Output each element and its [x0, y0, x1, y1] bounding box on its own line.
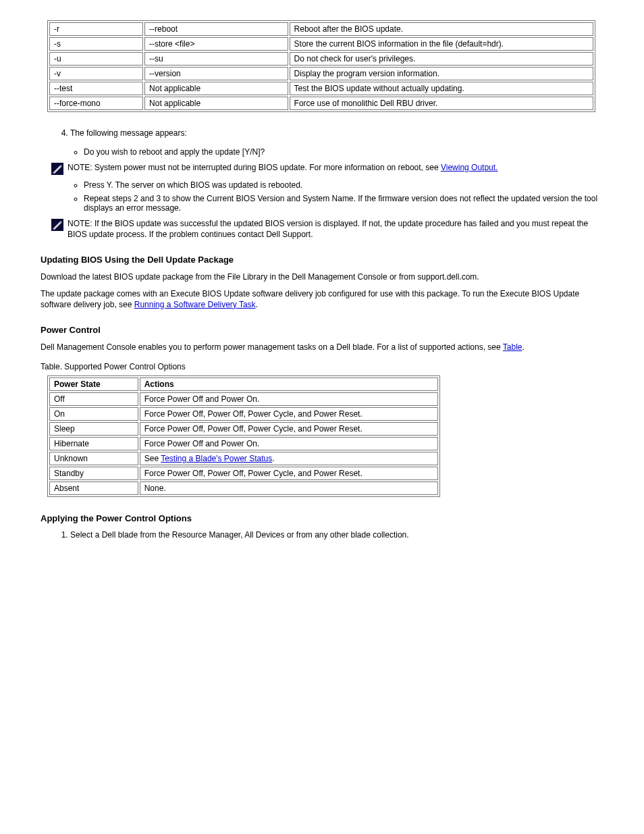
- table-cell: Force Power Off, Power Off, Power Cycle,…: [140, 467, 438, 480]
- step-4-sub-list: Do you wish to reboot and apply the upda…: [84, 147, 603, 157]
- table-cell: --test: [49, 82, 143, 95]
- note-1-text: NOTE: System power must not be interrupt…: [68, 162, 603, 173]
- table-cell: Unknown: [49, 452, 138, 465]
- applying-power-steps: Select a Dell blade from the Resource Ma…: [41, 530, 603, 540]
- table-row: -r--rebootReboot after the BIOS update.: [49, 22, 593, 36]
- table-cell: See Testing a Blade's Power Status.: [140, 452, 438, 465]
- table-cell: Force Power Off, Power Off, Power Cycle,…: [140, 407, 438, 421]
- step-4-sub: Do you wish to reboot and apply the upda…: [84, 147, 603, 157]
- table-cell: -s: [49, 37, 143, 51]
- power-paragraph: Dell Management Console enables you to p…: [41, 342, 603, 353]
- power-table-link[interactable]: Table: [503, 342, 522, 352]
- note-icon: [51, 163, 63, 175]
- table-cell: Force Power Off, Power Off, Power Cycle,…: [140, 422, 438, 436]
- note-2: NOTE: If the BIOS update was successful …: [51, 218, 603, 240]
- table-row: -u--suDo not check for user's privileges…: [49, 52, 593, 66]
- table-row: HibernateForce Power Off and Power On.: [49, 437, 438, 450]
- note-icon: [51, 219, 63, 231]
- table-cell: Standby: [49, 467, 138, 480]
- table-cell: Test the BIOS update without actually up…: [290, 82, 593, 95]
- table-cell: Sleep: [49, 422, 138, 436]
- table-row: AbsentNone.: [49, 481, 438, 495]
- table-cell: -u: [49, 52, 143, 66]
- heading-applying-power: Applying the Power Control Options: [41, 513, 603, 523]
- table-cell: Display the program version information.: [290, 67, 593, 80]
- dup-paragraph-2: The update package comes with an Execute…: [41, 288, 603, 310]
- table-cell: Force Power Off and Power On.: [140, 437, 438, 450]
- step-4-list: The following message appears:: [41, 128, 603, 138]
- table-cell: Not applicable: [144, 97, 288, 110]
- table-cell: Hibernate: [49, 437, 138, 450]
- table-cell: Absent: [49, 481, 138, 495]
- table-row: -v--versionDisplay the program version i…: [49, 67, 593, 80]
- table-row: --testNot applicableTest the BIOS update…: [49, 82, 593, 95]
- heading-power-control: Power Control: [41, 325, 603, 335]
- step-5: Press Y. The server on which BIOS was up…: [84, 180, 603, 190]
- table-cell: On: [49, 407, 138, 421]
- note-2-text: NOTE: If the BIOS update was successful …: [68, 218, 603, 240]
- table-cell: --version: [144, 67, 288, 80]
- step-6: Repeat steps 2 and 3 to show the Current…: [84, 194, 603, 213]
- table-row: SleepForce Power Off, Power Off, Power C…: [49, 422, 438, 436]
- table-row: -s--store <file>Store the current BIOS i…: [49, 37, 593, 51]
- table-cell: Force use of monolithic Dell RBU driver.: [290, 97, 593, 110]
- applying-power-step-1: Select a Dell blade from the Resource Ma…: [70, 530, 603, 540]
- power-table-caption: Table. Supported Power Control Options: [41, 362, 603, 371]
- table-cell: --su: [144, 52, 288, 66]
- testing-power-status-link[interactable]: Testing a Blade's Power Status: [161, 454, 272, 463]
- table-cell: Not applicable: [144, 82, 288, 95]
- table-row: OnForce Power Off, Power Off, Power Cycl…: [49, 407, 438, 421]
- table-cell: -r: [49, 22, 143, 36]
- software-delivery-task-link[interactable]: Running a Software Delivery Task: [134, 300, 256, 309]
- table-cell: -v: [49, 67, 143, 80]
- step-5-6-list: Press Y. The server on which BIOS was up…: [84, 180, 603, 213]
- table-cell: Store the current BIOS information in th…: [290, 37, 593, 51]
- table-row: --force-monoNot applicableForce use of m…: [49, 97, 593, 110]
- options-table: -r--rebootReboot after the BIOS update.-…: [47, 20, 595, 112]
- table-cell: None.: [140, 481, 438, 495]
- table-cell: Off: [49, 392, 138, 406]
- power-options-table: Power State Actions OffForce Power Off a…: [47, 375, 440, 497]
- table-cell: Do not check for user's privileges.: [290, 52, 593, 66]
- table-row: OffForce Power Off and Power On.: [49, 392, 438, 406]
- note-1: NOTE: System power must not be interrupt…: [51, 162, 603, 175]
- dup-paragraph-1: Download the latest BIOS update package …: [41, 271, 603, 282]
- table-cell: --force-mono: [49, 97, 143, 110]
- table-cell: Force Power Off and Power On.: [140, 392, 438, 406]
- heading-update-dup: Updating BIOS Using the Dell Update Pack…: [41, 255, 603, 265]
- table-cell: --reboot: [144, 22, 288, 36]
- power-table-header-actions: Actions: [140, 377, 438, 391]
- table-cell: --store <file>: [144, 37, 288, 51]
- viewing-output-link[interactable]: Viewing Output.: [441, 163, 498, 172]
- table-row: StandbyForce Power Off, Power Off, Power…: [49, 467, 438, 480]
- power-table-header-state: Power State: [49, 377, 138, 391]
- table-row: UnknownSee Testing a Blade's Power Statu…: [49, 452, 438, 465]
- table-cell: Reboot after the BIOS update.: [290, 22, 593, 36]
- step-4: The following message appears:: [70, 128, 603, 138]
